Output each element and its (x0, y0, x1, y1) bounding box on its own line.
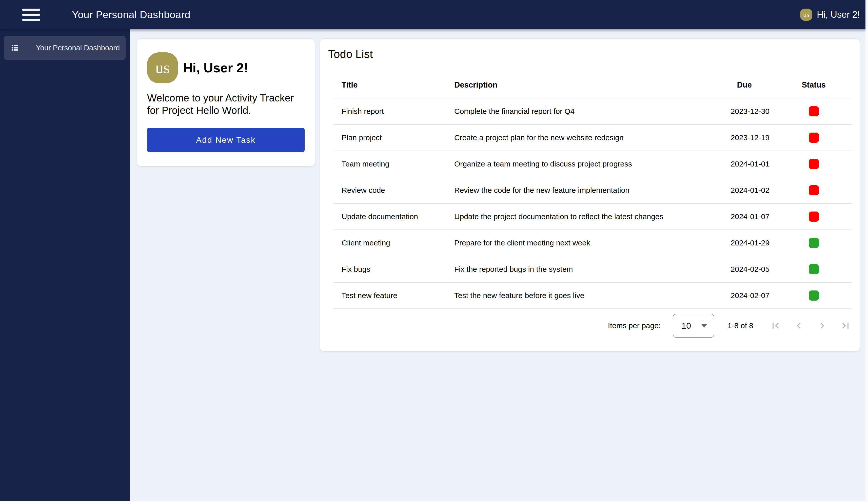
last-page-button[interactable] (839, 320, 851, 332)
items-per-page-label: Items per page: (608, 321, 661, 330)
table-row: Finish report Complete the financial rep… (333, 98, 851, 125)
status-chip[interactable] (809, 238, 819, 248)
task-description: Prepare for the client meeting next week (454, 239, 708, 247)
task-due-date: 2024-01-01 (708, 160, 776, 168)
next-page-button[interactable] (816, 320, 828, 332)
topbar-user-area: us Hi, User 2! (800, 9, 863, 21)
next-page-icon (816, 320, 828, 332)
table-row: Plan project Create a project plan for t… (333, 125, 851, 151)
table-row: Client meeting Prepare for the client me… (333, 230, 851, 256)
topbar: Your Personal Dashboard us Hi, User 2! (0, 0, 868, 29)
welcome-card: us Hi, User 2! Welcome to your Activity … (137, 39, 315, 167)
task-title: Fix bugs (333, 265, 454, 273)
column-header-description: Description (454, 81, 708, 90)
task-due-date: 2024-01-02 (708, 186, 776, 195)
sidebar-item-label: Your Personal Dashboard (36, 44, 120, 52)
task-description: Complete the financial report for Q4 (454, 107, 708, 116)
task-description: Organize a team meeting to discuss proje… (454, 160, 708, 168)
task-title: Client meeting (333, 239, 454, 247)
first-page-button[interactable] (769, 320, 782, 332)
table-row: Review code Review the code for the new … (333, 177, 851, 204)
task-title: Plan project (333, 133, 454, 142)
task-description: Test the new feature before it goes live (454, 291, 708, 300)
paginator-nav (769, 320, 851, 332)
task-description: Create a project plan for the new websit… (454, 133, 708, 142)
column-header-status: Status (776, 81, 851, 90)
user-avatar-large: us (147, 52, 178, 83)
task-title: Test new feature (333, 291, 454, 300)
todo-list-card: Todo List Title Description Due Status F… (320, 39, 860, 352)
table-row: Test new feature Test the new feature be… (333, 283, 851, 309)
previous-page-button[interactable] (793, 320, 805, 332)
task-due-date: 2024-01-07 (708, 212, 776, 221)
todo-table: Title Description Due Status Finish repo… (333, 72, 851, 309)
hamburger-icon (22, 9, 40, 11)
todo-list-title: Todo List (328, 48, 851, 61)
welcome-card-header: us Hi, User 2! (147, 52, 304, 83)
view-list-icon (10, 43, 20, 53)
task-description: Update the project documentation to refl… (454, 212, 708, 221)
welcome-greeting: Hi, User 2! (183, 60, 248, 75)
vertical-scrollbar[interactable] (866, 0, 868, 502)
page-size-select[interactable]: 10 (673, 314, 714, 338)
sidebar: Your Personal Dashboard (0, 29, 130, 502)
status-chip[interactable] (809, 106, 819, 116)
last-page-icon (839, 320, 851, 332)
column-header-title: Title (333, 81, 454, 90)
task-title: Update documentation (333, 212, 454, 221)
add-new-task-button[interactable]: Add New Task (147, 128, 304, 152)
user-greeting: Hi, User 2! (817, 9, 860, 20)
page-range-label: 1-8 of 8 (727, 321, 753, 330)
table-header-row: Title Description Due Status (333, 72, 851, 98)
caret-down-icon (701, 324, 707, 328)
welcome-message: Welcome to your Activity Tracker for Pro… (147, 92, 304, 117)
status-chip[interactable] (809, 159, 819, 169)
main-content: us Hi, User 2! Welcome to your Activity … (130, 29, 868, 502)
sidebar-item-dashboard[interactable]: Your Personal Dashboard (4, 36, 126, 60)
user-avatar: us (800, 9, 812, 21)
task-description: Review the code for the new feature impl… (454, 186, 708, 195)
task-title: Finish report (333, 107, 454, 116)
horizontal-scrollbar[interactable] (0, 501, 868, 502)
status-chip[interactable] (809, 291, 819, 301)
task-due-date: 2024-02-07 (708, 291, 776, 300)
hamburger-menu-button[interactable] (22, 6, 40, 23)
task-due-date: 2023-12-19 (708, 133, 776, 142)
first-page-icon (769, 320, 782, 332)
page-size-value: 10 (681, 321, 691, 331)
paginator: Items per page: 10 1-8 of 8 (328, 309, 851, 342)
status-chip[interactable] (809, 185, 819, 195)
previous-page-icon (793, 320, 805, 332)
table-row: Fix bugs Fix the reported bugs in the sy… (333, 256, 851, 283)
task-due-date: 2023-12-30 (708, 107, 776, 116)
status-chip[interactable] (809, 264, 819, 274)
task-title: Review code (333, 186, 454, 195)
page-title: Your Personal Dashboard (72, 9, 190, 21)
task-description: Fix the reported bugs in the system (454, 265, 708, 273)
task-due-date: 2024-01-29 (708, 239, 776, 247)
table-row: Team meeting Organize a team meeting to … (333, 151, 851, 177)
column-header-due: Due (708, 81, 776, 90)
task-due-date: 2024-02-05 (708, 265, 776, 273)
table-row: Update documentation Update the project … (333, 204, 851, 230)
task-title: Team meeting (333, 160, 454, 168)
status-chip[interactable] (809, 211, 819, 222)
status-chip[interactable] (809, 133, 819, 143)
